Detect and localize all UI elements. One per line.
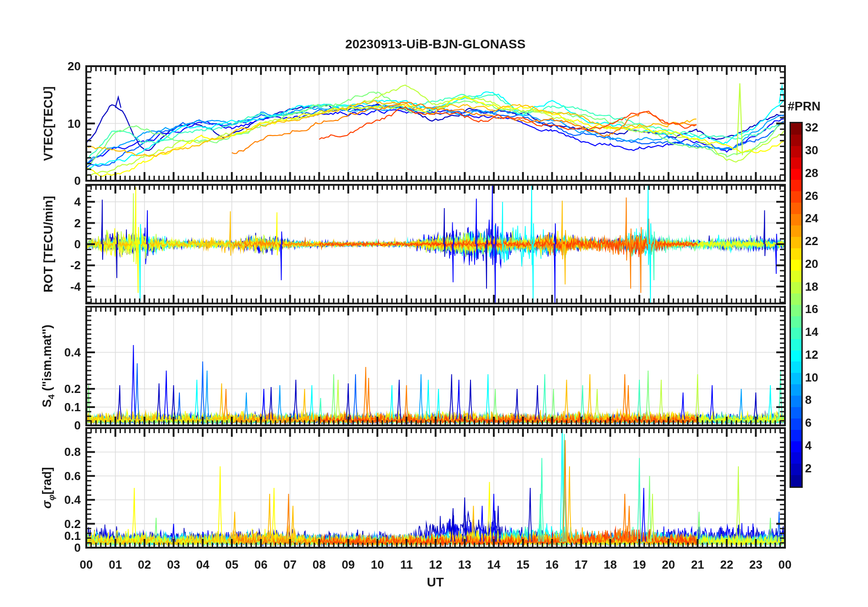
y-tick-label: -4 <box>70 279 81 293</box>
colorbar-tick-label: 8 <box>805 393 811 407</box>
y-tick-label: 0 <box>74 174 81 188</box>
x-tick-label: 07 <box>283 558 297 572</box>
colorbar-block <box>791 157 801 169</box>
colorbar-block <box>791 316 801 328</box>
y-tick-label: 0.6 <box>64 469 81 483</box>
colorbar-block <box>791 180 801 191</box>
x-tick-label: 18 <box>604 558 617 572</box>
y-tick-label: 0.8 <box>64 445 81 459</box>
y-tick-label: -2 <box>70 258 81 272</box>
colorbar-block <box>791 191 801 203</box>
colorbar-block <box>791 293 801 305</box>
y-tick-label: 2 <box>74 216 81 230</box>
colorbar-block <box>791 339 801 351</box>
colorbar-tick-label: 24 <box>805 211 818 225</box>
colorbar-tick-label: 2 <box>805 461 811 475</box>
colorbar-block <box>791 452 801 464</box>
colorbar-tick-label: 4 <box>805 438 811 452</box>
figure-title: 20230913-UiB-BJN-GLONASS <box>345 37 525 52</box>
colorbar-tick-label: 26 <box>805 188 818 203</box>
colorbar-tick-label: 12 <box>805 347 818 361</box>
x-tick-label: 21 <box>691 558 704 572</box>
colorbar-block <box>791 419 801 430</box>
colorbar-block <box>791 407 801 419</box>
x-tick-label: 09 <box>342 558 355 572</box>
y-tick-label: 20 <box>68 59 81 73</box>
x-tick-label: 22 <box>720 558 733 572</box>
colorbar-block <box>791 430 801 441</box>
y-tick-label: 0.4 <box>64 493 81 507</box>
colorbar-tick-label: 30 <box>805 143 818 157</box>
colorbar-tick-label: 16 <box>805 302 818 316</box>
x-tick-label: 05 <box>225 558 238 572</box>
x-tick-label: 06 <box>254 558 267 572</box>
colorbar-block <box>791 384 801 396</box>
colorbar-block <box>791 248 801 260</box>
colorbar-block <box>791 237 801 248</box>
colorbar-tick-label: 22 <box>805 234 818 248</box>
colorbar-block <box>791 351 801 362</box>
colorbar-block <box>791 441 801 453</box>
x-tick-label: 00 <box>80 558 93 572</box>
y-tick-label: 0 <box>74 237 81 251</box>
y-axis-label-vtec: VTEC[TECU] <box>42 86 56 161</box>
colorbar <box>790 122 803 488</box>
x-tick-label: 15 <box>516 558 529 572</box>
y-tick-label: 0 <box>74 419 81 433</box>
colorbar-block <box>791 169 801 180</box>
x-tick-label: 20 <box>662 558 675 572</box>
colorbar-tick-label: 20 <box>805 256 818 271</box>
colorbar-block <box>791 123 801 135</box>
y-tick-label: 0.4 <box>64 345 81 360</box>
x-tick-label: 03 <box>167 558 180 572</box>
colorbar-tick-label: 18 <box>805 279 818 293</box>
colorbar-block <box>791 282 801 293</box>
y-axis-label-sigma_phi: σφ[rad] <box>40 467 56 508</box>
x-tick-label: 13 <box>458 558 471 572</box>
y-axis-label-s4: S4 ("ism.mat") <box>40 324 56 408</box>
colorbar-block <box>791 203 801 214</box>
x-tick-label: 16 <box>545 558 559 572</box>
colorbar-block <box>791 225 801 237</box>
x-tick-label: 02 <box>138 558 151 572</box>
colorbar-block <box>791 260 801 271</box>
x-tick-label: 23 <box>749 558 763 572</box>
x-tick-label: 10 <box>371 558 384 572</box>
colorbar-block <box>791 464 801 475</box>
y-tick-label: 4 <box>74 195 81 209</box>
colorbar-tick-label: 32 <box>805 120 818 135</box>
colorbar-title: #PRN <box>788 99 821 114</box>
x-tick-label: 08 <box>313 558 326 572</box>
x-tick-label: 17 <box>575 558 588 572</box>
y-tick-label: 0.2 <box>64 517 81 531</box>
colorbar-tick-label: 14 <box>805 325 818 339</box>
colorbar-tick-label: 10 <box>805 370 818 384</box>
chart-canvas <box>0 0 868 607</box>
colorbar-block <box>791 361 801 373</box>
colorbar-block <box>791 373 801 384</box>
colorbar-block <box>791 146 801 157</box>
y-axis-label-rot: ROT [TECU/min] <box>42 196 56 292</box>
y-tick-label: 0.1 <box>64 400 81 414</box>
x-tick-label: 11 <box>400 558 413 572</box>
y-tick-label: 10 <box>68 116 81 131</box>
colorbar-block <box>791 396 801 407</box>
x-tick-label: 00 <box>779 558 792 572</box>
x-tick-label: 14 <box>487 558 501 572</box>
x-axis-label: UT <box>427 575 444 590</box>
colorbar-block <box>791 328 801 339</box>
figure: 20230913-UiB-BJN-GLONASS UT #PRN 0001020… <box>0 0 868 607</box>
x-tick-label: 12 <box>429 558 442 572</box>
colorbar-tick-label: 28 <box>805 166 818 180</box>
x-tick-label: 04 <box>196 558 209 572</box>
x-tick-label: 01 <box>109 558 122 572</box>
x-tick-label: 19 <box>633 558 646 572</box>
colorbar-block <box>791 135 801 146</box>
colorbar-block <box>791 475 801 487</box>
colorbar-block <box>791 305 801 316</box>
colorbar-block <box>791 271 801 282</box>
colorbar-block <box>791 214 801 225</box>
colorbar-tick-label: 6 <box>805 416 811 430</box>
y-tick-label: 0.2 <box>64 382 81 396</box>
